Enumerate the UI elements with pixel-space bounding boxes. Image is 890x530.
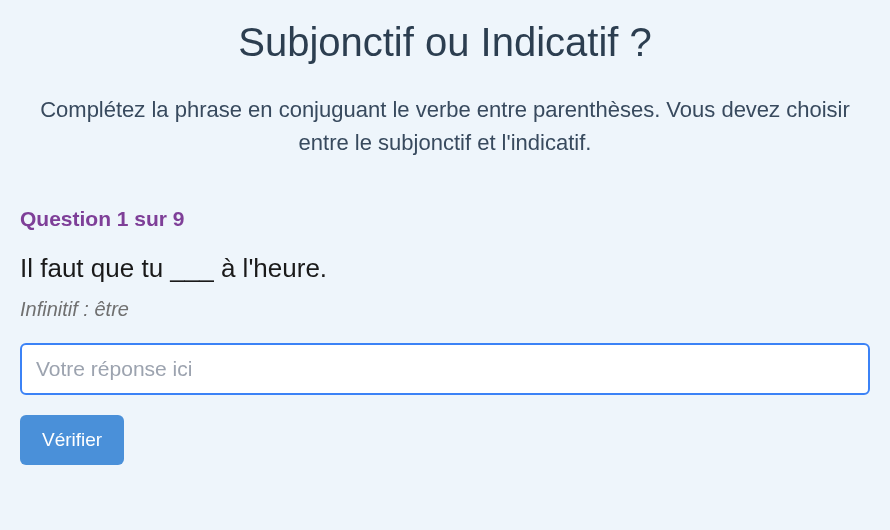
instructions-text: Complétez la phrase en conjuguant le ver… bbox=[20, 93, 870, 159]
question-sentence: Il faut que tu ___ à l'heure. bbox=[20, 253, 870, 284]
page-title: Subjonctif ou Indicatif ? bbox=[20, 20, 870, 65]
question-counter: Question 1 sur 9 bbox=[20, 207, 870, 231]
infinitive-hint: Infinitif : être bbox=[20, 298, 870, 321]
answer-input[interactable] bbox=[20, 343, 870, 395]
verify-button[interactable]: Vérifier bbox=[20, 415, 124, 465]
